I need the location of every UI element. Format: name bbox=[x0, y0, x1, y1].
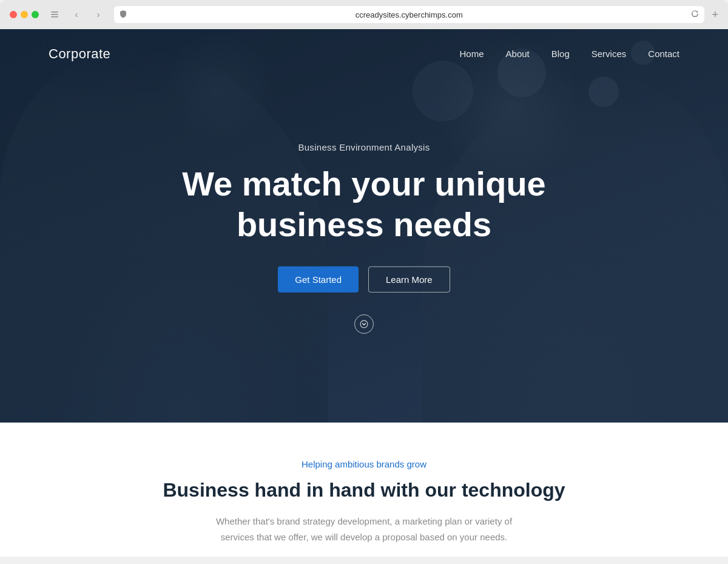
svg-rect-1 bbox=[51, 14, 58, 15]
refresh-icon[interactable] bbox=[692, 10, 698, 19]
browser-dots bbox=[10, 11, 39, 18]
security-icon bbox=[120, 10, 126, 19]
address-text: ccreadysites.cyberchimps.com bbox=[131, 10, 687, 19]
svg-point-3 bbox=[360, 321, 368, 328]
nav-link-home[interactable]: Home bbox=[460, 49, 484, 59]
hero-section: Corporate Home About Blog Services Conta… bbox=[0, 29, 728, 423]
nav-item-about[interactable]: About bbox=[506, 49, 530, 59]
svg-rect-2 bbox=[51, 16, 58, 18]
nav-logo[interactable]: Corporate bbox=[49, 46, 110, 62]
nav-link-contact[interactable]: Contact bbox=[648, 49, 679, 59]
dot-red[interactable] bbox=[10, 11, 17, 18]
browser-chrome: ‹ › ccreadysites.cyberchimps.com + bbox=[0, 0, 728, 29]
section-title: Business hand in hand with our technolog… bbox=[49, 479, 679, 501]
back-button[interactable]: ‹ bbox=[68, 6, 85, 23]
forward-button[interactable]: › bbox=[90, 6, 107, 23]
svg-rect-0 bbox=[51, 12, 58, 13]
get-started-button[interactable]: Get Started bbox=[278, 267, 359, 293]
nav-link-about[interactable]: About bbox=[506, 49, 530, 59]
section-eyebrow: Helping ambitious brands grow bbox=[49, 459, 679, 469]
browser-controls: ‹ › bbox=[46, 6, 107, 23]
hero-subtitle: Business Environment Analysis bbox=[152, 142, 576, 152]
below-fold-section: Helping ambitious brands grow Business h… bbox=[0, 423, 728, 557]
nav-item-services[interactable]: Services bbox=[592, 49, 627, 59]
scroll-down-icon[interactable] bbox=[354, 314, 374, 334]
sidebar-toggle-button[interactable] bbox=[46, 6, 63, 23]
nav-links: Home About Blog Services Contact bbox=[460, 49, 679, 59]
navbar: Corporate Home About Blog Services Conta… bbox=[0, 29, 728, 79]
nav-item-home[interactable]: Home bbox=[460, 49, 484, 59]
section-description: Whether that's brand strategy developmen… bbox=[212, 514, 516, 545]
hero-title: We match your unique business needs bbox=[152, 163, 576, 245]
nav-link-blog[interactable]: Blog bbox=[551, 49, 570, 59]
nav-item-contact[interactable]: Contact bbox=[648, 49, 679, 59]
dot-yellow[interactable] bbox=[21, 11, 28, 18]
new-tab-button[interactable]: + bbox=[712, 8, 718, 21]
learn-more-button[interactable]: Learn More bbox=[368, 267, 450, 293]
hero-buttons: Get Started Learn More bbox=[152, 267, 576, 293]
browser-titlebar: ‹ › ccreadysites.cyberchimps.com + bbox=[0, 6, 728, 29]
address-bar[interactable]: ccreadysites.cyberchimps.com bbox=[114, 6, 704, 23]
dot-green[interactable] bbox=[32, 11, 39, 18]
website: Corporate Home About Blog Services Conta… bbox=[0, 29, 728, 557]
nav-link-services[interactable]: Services bbox=[592, 49, 627, 59]
nav-item-blog[interactable]: Blog bbox=[551, 49, 570, 59]
hero-content: Business Environment Analysis We match y… bbox=[152, 142, 576, 334]
scroll-down[interactable] bbox=[152, 314, 576, 334]
